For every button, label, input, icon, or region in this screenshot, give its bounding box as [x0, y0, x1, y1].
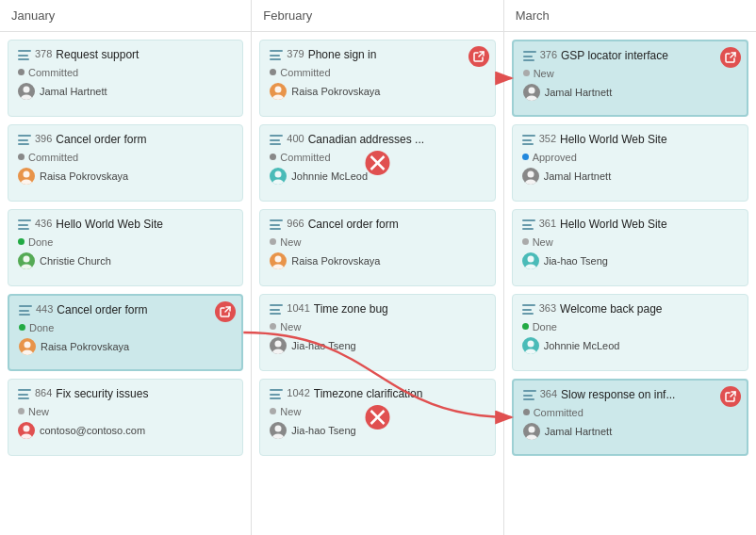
card-400[interactable]: 400 Canadian addresses ... Committed Joh…	[259, 124, 495, 202]
card-443[interactable]: 443 Cancel order form Done Raisa Pokrovs…	[8, 294, 243, 371]
card-user: Raisa Pokrovskaya	[270, 252, 485, 269]
card-user: contoso@contoso.com	[18, 422, 233, 439]
bars-icon	[270, 389, 283, 399]
svg-point-17	[272, 349, 284, 354]
link-icon[interactable]	[215, 301, 236, 322]
user-name: Raisa Pokrovskaya	[40, 170, 128, 182]
card-378[interactable]: 378 Request support Committed Jamal Hart…	[8, 40, 243, 117]
user-name: Jia-hao Tseng	[544, 255, 608, 267]
status-dot	[270, 323, 276, 330]
card-user: Raisa Pokrovskaya	[270, 83, 485, 100]
svg-point-8	[24, 425, 30, 431]
bars-icon	[523, 51, 536, 61]
bars-icon	[18, 50, 31, 60]
card-396[interactable]: 396 Cancel order form Committed Raisa Po…	[8, 124, 243, 202]
svg-point-5	[21, 264, 32, 269]
column-february: February 379 Phone sign in Committed	[252, 0, 503, 535]
card-966[interactable]: 966 Cancel order form New Raisa Pokrovsk…	[259, 209, 495, 286]
card-352[interactable]: 352 Hello World Web Site Approved Jamal …	[512, 124, 748, 202]
status-label: Committed	[280, 152, 330, 163]
status-dot	[19, 324, 25, 331]
column-header-january: January	[0, 0, 251, 32]
svg-point-21	[526, 95, 537, 101]
svg-point-22	[527, 170, 534, 177]
avatar	[18, 252, 35, 269]
status-label: Committed	[534, 407, 583, 418]
svg-point-19	[272, 433, 284, 439]
card-user: Jamal Hartnett	[523, 423, 737, 440]
status-dot	[523, 409, 530, 415]
card-user: Raisa Pokrovskaya	[19, 338, 232, 355]
card-status: New	[270, 406, 485, 417]
user-name: Jamal Hartnett	[545, 426, 613, 437]
avatar	[270, 422, 287, 439]
card-id: 361	[539, 218, 556, 229]
card-user: Jia-hao Tseng	[522, 252, 738, 269]
calendar-grid: January 378 Request support Committed Ja…	[0, 0, 756, 535]
card-864[interactable]: 864 Fix security issues New contoso@cont…	[8, 379, 243, 456]
avatar	[522, 168, 539, 185]
card-status: Committed	[523, 407, 737, 418]
column-body-february: 379 Phone sign in Committed Raisa Pokrov…	[252, 32, 502, 535]
status-label: New	[534, 68, 554, 79]
status-dot	[523, 70, 530, 76]
bars-icon	[522, 219, 535, 230]
user-name: Raisa Pokrovskaya	[291, 86, 380, 97]
card-user: Jia-hao Tseng	[270, 422, 485, 439]
status-label: New	[280, 321, 301, 332]
card-id: 436	[35, 218, 52, 229]
column-march: March 376 GSP locator interface New	[504, 0, 756, 535]
svg-point-28	[528, 426, 534, 432]
avatar	[18, 422, 35, 439]
avatar	[270, 168, 287, 185]
avatar	[523, 423, 540, 440]
card-title: Welcome back page	[560, 302, 663, 317]
status-label: Approved	[533, 152, 577, 163]
user-name: Jamal Hartnett	[545, 87, 613, 98]
column-body-january: 378 Request support Committed Jamal Hart…	[0, 32, 251, 535]
card-id: 376	[540, 49, 557, 60]
svg-point-3	[21, 179, 32, 185]
bars-icon	[522, 135, 535, 145]
avatar	[19, 338, 36, 355]
card-376[interactable]: 376 GSP locator interface New Jamal Hart…	[512, 40, 748, 117]
status-label: Done	[29, 322, 54, 333]
svg-point-6	[25, 341, 31, 348]
card-user: Jamal Hartnett	[522, 168, 738, 185]
card-364[interactable]: 364 Slow response on inf... Committed Ja…	[512, 379, 748, 456]
card-title: Timezone clarification	[314, 387, 423, 402]
svg-point-20	[528, 87, 534, 93]
avatar	[270, 252, 287, 269]
user-name: Jia-hao Tseng	[291, 425, 355, 436]
bars-icon	[270, 135, 283, 145]
card-363[interactable]: 363 Welcome back page Done Johnnie McLeo…	[512, 294, 748, 371]
link-icon[interactable]	[720, 47, 741, 68]
user-name: Johnnie McLeod	[291, 170, 368, 182]
status-dot	[522, 323, 529, 330]
card-status: Approved	[522, 152, 738, 163]
status-label: Done	[533, 321, 557, 332]
card-title: GSP locator interface	[561, 49, 668, 64]
card-361[interactable]: 361 Hello World Web Site New Jia-hao Tse…	[512, 209, 748, 286]
card-1041[interactable]: 1041 Time zone bug New Jia-hao Tseng	[259, 294, 495, 371]
card-1042[interactable]: 1042 Timezone clarification New Jia-hao …	[259, 379, 495, 456]
card-436[interactable]: 436 Hello World Web Site Done Christie C…	[8, 209, 243, 286]
status-dot	[18, 69, 25, 75]
card-user: Raisa Pokrovskaya	[18, 168, 233, 185]
card-title: Hello World Web Site	[560, 133, 667, 148]
svg-point-16	[275, 340, 282, 347]
link-icon[interactable]	[720, 386, 741, 407]
status-dot	[270, 238, 276, 245]
card-379[interactable]: 379 Phone sign in Committed Raisa Pokrov…	[259, 40, 495, 117]
card-id: 1042	[287, 387, 309, 398]
card-status: New	[270, 321, 485, 332]
svg-point-2	[24, 170, 30, 177]
card-id: 363	[539, 302, 556, 314]
svg-point-10	[275, 86, 282, 92]
card-title: Hello World Web Site	[56, 218, 163, 233]
svg-point-7	[22, 349, 33, 355]
status-label: New	[280, 406, 301, 417]
status-dot	[18, 408, 25, 414]
status-label: New	[280, 236, 301, 248]
link-icon[interactable]	[468, 46, 489, 67]
